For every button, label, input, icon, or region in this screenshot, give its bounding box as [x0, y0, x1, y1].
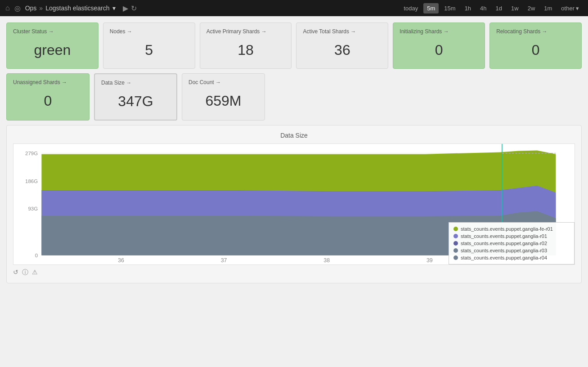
legend-color-3 [453, 248, 458, 253]
legend-label-1: stats_counts.events.puppet.ganglia-r01 [461, 233, 547, 239]
chart-tools: ↺ ⓘ ⚠ [13, 269, 575, 277]
chevron-down-icon: ▾ [576, 5, 579, 12]
svg-text:279G: 279G [25, 151, 38, 156]
legend-label-2: stats_counts.events.puppet.ganglia-r02 [461, 241, 547, 246]
play-icon[interactable]: ▶ [123, 4, 128, 13]
initializing-shards-label: Initializing Shards → [399, 28, 478, 35]
data-size-value: 347G [101, 89, 170, 114]
svg-text:37: 37 [221, 257, 227, 264]
compass-icon[interactable]: ◎ [14, 4, 21, 13]
breadcrumb-separator: » [39, 4, 43, 12]
tile-unassigned-shards[interactable]: Unassigned Shards → 0 [6, 73, 90, 121]
legend-item-3: stats_counts.events.puppet.ganglia-r03 [453, 247, 570, 254]
relocating-shards-value: 0 [496, 37, 575, 63]
refresh-icon[interactable]: ↻ [131, 4, 137, 13]
time-5m[interactable]: 5m [423, 3, 439, 13]
legend-color-1 [453, 234, 458, 238]
tiles-row-1: Cluster Status → green Nodes → 5 Active … [6, 22, 582, 69]
tile-relocating-shards[interactable]: Relocating Shards → 0 [489, 22, 582, 69]
tile-doc-count[interactable]: Doc Count → 659M [182, 73, 265, 121]
legend-label-0: stats_counts.events.puppet.ganglia-fe-r0… [461, 226, 553, 232]
legend-item-2: stats_counts.events.puppet.ganglia-r02 [453, 240, 570, 247]
doc-count-value: 659M [189, 88, 258, 114]
tile-initializing-shards[interactable]: Initializing Shards → 0 [393, 22, 485, 69]
time-other[interactable]: other ▾ [557, 3, 583, 13]
active-total-shards-label: Active Total Shards → [303, 28, 382, 35]
time-1h[interactable]: 1h [461, 3, 475, 13]
legend-color-2 [453, 241, 458, 246]
svg-text:38: 38 [323, 257, 330, 264]
unassigned-shards-value: 0 [13, 88, 83, 114]
initializing-shards-value: 0 [399, 37, 478, 63]
data-size-chart-panel: Data Size 279G 186G 93G 0 [6, 125, 582, 283]
tiles-row-2: Unassigned Shards → 0 Data Size → 347G D… [6, 73, 582, 121]
breadcrumb-ops[interactable]: Ops [25, 4, 37, 12]
time-today[interactable]: today [400, 3, 422, 13]
breadcrumb-dropdown-icon[interactable]: ▾ [112, 4, 116, 12]
doc-count-label: Doc Count → [189, 79, 258, 85]
chart-warning-icon[interactable]: ⚠ [32, 269, 38, 277]
breadcrumb-app[interactable]: Logstash elasticsearch [45, 4, 109, 12]
legend-label-4: stats_counts.events.puppet.ganglia-r04 [461, 255, 547, 260]
active-primary-shards-label: Active Primary Shards → [206, 28, 285, 35]
time-15m[interactable]: 15m [440, 3, 459, 13]
time-range-controls: today 5m 15m 1h 4h 1d 1w 2w 1m other ▾ [400, 3, 583, 13]
chart-area: 279G 186G 93G 0 36 37 38 39 40 [13, 143, 575, 265]
time-4h[interactable]: 4h [476, 3, 490, 13]
dashboard: Cluster Status → green Nodes → 5 Active … [0, 16, 588, 290]
data-size-label: Data Size → [101, 80, 170, 86]
time-1w[interactable]: 1w [507, 3, 522, 13]
legend-item-4: stats_counts.events.puppet.ganglia-r04 [453, 254, 570, 261]
unassigned-shards-label: Unassigned Shards → [13, 79, 83, 85]
svg-text:39: 39 [426, 257, 433, 264]
tile-data-size[interactable]: Data Size → 347G [94, 73, 177, 121]
legend-item-0: stats_counts.events.puppet.ganglia-fe-r0… [453, 225, 570, 233]
tile-nodes[interactable]: Nodes → 5 [103, 22, 195, 69]
svg-text:186G: 186G [25, 179, 38, 184]
svg-text:36: 36 [118, 257, 124, 264]
cluster-status-value: green [13, 37, 92, 63]
chart-title: Data Size [13, 132, 575, 139]
chart-info-icon[interactable]: ⓘ [22, 269, 28, 277]
nodes-value: 5 [110, 37, 189, 63]
tile-active-primary-shards[interactable]: Active Primary Shards → 18 [200, 22, 292, 69]
tile-cluster-status[interactable]: Cluster Status → green [6, 22, 99, 69]
svg-text:93G: 93G [28, 206, 38, 211]
time-1d[interactable]: 1d [492, 3, 506, 13]
legend-color-0 [453, 227, 458, 231]
chart-legend: stats_counts.events.puppet.ganglia-fe-r0… [449, 222, 575, 264]
svg-text:0: 0 [35, 253, 38, 258]
tile-active-total-shards[interactable]: Active Total Shards → 36 [296, 22, 388, 69]
active-primary-shards-value: 18 [206, 37, 285, 63]
breadcrumb: Ops » Logstash elasticsearch ▾ [25, 4, 116, 12]
legend-label-3: stats_counts.events.puppet.ganglia-r03 [461, 248, 547, 253]
cluster-status-label: Cluster Status → [13, 28, 92, 35]
active-total-shards-value: 36 [303, 37, 382, 63]
top-navigation: ⌂ ◎ Ops » Logstash elasticsearch ▾ ▶ ↻ t… [0, 0, 588, 16]
time-2w[interactable]: 2w [524, 3, 539, 13]
nodes-label: Nodes → [110, 28, 189, 35]
chart-refresh-icon[interactable]: ↺ [13, 269, 18, 277]
home-icon[interactable]: ⌂ [5, 4, 10, 12]
legend-color-4 [453, 255, 458, 260]
time-1m[interactable]: 1m [540, 3, 556, 13]
relocating-shards-label: Relocating Shards → [496, 28, 575, 35]
legend-item-1: stats_counts.events.puppet.ganglia-r01 [453, 233, 570, 240]
playback-controls: ▶ ↻ [123, 4, 137, 13]
